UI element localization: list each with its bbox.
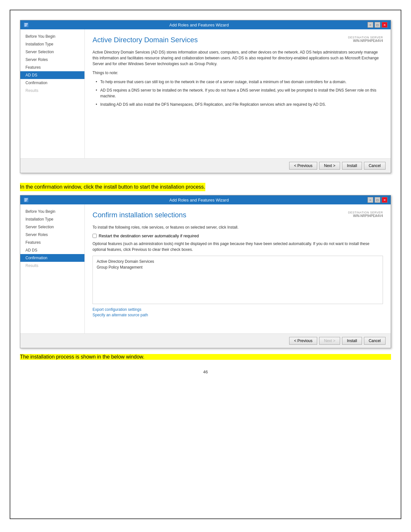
restore-button-2[interactable]: □ [375,197,380,203]
wizard-optional-text: Optional features (such as administratio… [93,241,383,252]
previous-button-1[interactable]: < Previous [289,162,317,170]
destination-server-2: DESTINATION SERVER WIN-NRP94PEA4V4 [348,211,383,218]
sidebar-item-adds-1[interactable]: AD DS [20,71,84,79]
svg-rect-1 [24,24,28,24]
annotation-2: The installation process is shown in the… [20,354,391,360]
cancel-button-1[interactable]: Cancel [364,162,386,170]
cancel-button-2[interactable]: Cancel [364,337,386,345]
bullet-1-3: Installing AD DS will also install the D… [96,102,383,107]
destination-server-1: DESTINATION SERVER WIN-NRP94PEA4V4 [348,36,383,43]
wizard-footer-1: < Previous Next > Install Cancel [20,158,391,173]
wizard-body-2: Before You Begin Installation Type Serve… [20,204,391,333]
sidebar-item-features-1[interactable]: Features [20,64,84,71]
sidebar-item-confirmation-1[interactable]: Confirmation [20,79,84,87]
titlebar-controls-1: − □ ✕ [367,22,387,28]
wizard-content-1: Active Directory Domain Services DESTINA… [85,29,391,158]
feature-item-1: Active Directory Domain Services [97,259,379,264]
next-button-2[interactable]: Next > [319,337,340,345]
wizard-bullets-1: To help ensure that users can still log … [96,79,383,107]
svg-rect-2 [24,25,27,25]
sidebar-item-results-1: Results [20,87,84,94]
svg-rect-5 [24,199,28,199]
sidebar-item-before-you-begin-1[interactable]: Before You Begin [20,33,84,40]
titlebar-controls-2: − □ ✕ [367,197,387,203]
wizard-titlebar-1: Add Roles and Features Wizard − □ ✕ [20,20,391,29]
wizard-titlebar-2: Add Roles and Features Wizard − □ ✕ [20,195,391,204]
minimize-button-1[interactable]: − [367,22,373,28]
wizard-sidebar-2: Before You Begin Installation Type Serve… [20,204,85,333]
sidebar-item-before-you-begin-2[interactable]: Before You Begin [20,208,84,215]
destination-label-2: DESTINATION SERVER [348,211,383,214]
sidebar-item-server-selection-2[interactable]: Server Selection [20,223,84,231]
minimize-button-2[interactable]: − [367,197,373,203]
titlebar-title-1: Add Roles and Features Wizard [31,23,367,27]
sidebar-item-installation-type-1[interactable]: Installation Type [20,40,84,48]
sidebar-item-adds-2[interactable]: AD DS [20,246,84,254]
wizard-body-1: Before You Begin Installation Type Serve… [20,29,391,158]
bullet-1-1: To help ensure that users can still log … [96,79,383,85]
sidebar-item-server-roles-2[interactable]: Server Roles [20,231,84,239]
sidebar-item-features-2[interactable]: Features [20,239,84,246]
feature-item-2: Group Policy Management [97,264,379,270]
restart-checkbox-label: Restart the destination server automatic… [99,233,199,238]
sidebar-item-server-roles-1[interactable]: Server Roles [20,56,84,64]
confirm-features-box: Active Directory Domain Services Group P… [93,256,383,304]
page-number: 46 [20,369,391,374]
wizard-icon [24,22,29,27]
wizard-icon-2 [24,197,29,202]
wizard-footer-2: < Previous Next > Install Cancel [20,333,391,348]
confirm-links: Export configuration settings Specify an… [93,307,383,317]
confirm-checkbox-row: Restart the destination server automatic… [93,233,383,238]
wizard-page-title-1: Active Directory Domain Services [93,36,198,44]
sidebar-item-results-2: Results [20,262,84,270]
sidebar-item-confirmation-2[interactable]: Confirmation [20,254,84,262]
restore-button-1[interactable]: □ [375,22,380,28]
annotation-1: In the confirmation window, click the in… [20,183,205,191]
wizard-description-1: Active Directory Domain Services (AD DS)… [93,49,383,76]
svg-rect-6 [24,200,27,201]
wizard-window-2: Add Roles and Features Wizard − □ ✕ Befo… [20,195,391,348]
next-button-1[interactable]: Next > [319,162,340,170]
install-button-1[interactable]: Install [342,162,362,170]
sidebar-item-server-selection-1[interactable]: Server Selection [20,48,84,56]
install-button-2[interactable]: Install [342,337,362,345]
destination-label-1: DESTINATION SERVER [348,36,383,39]
source-path-link[interactable]: Specify an alternate source path [93,313,383,317]
svg-rect-3 [24,26,26,26]
wizard-sidebar-1: Before You Begin Installation Type Serve… [20,29,85,158]
wizard-header-area-2: Confirm installation selections DESTINAT… [93,211,383,219]
destination-value-2: WIN-NRP94PEA4V4 [348,214,383,218]
wizard-page-title-2: Confirm installation selections [93,211,186,219]
wizard-header-area-1: Active Directory Domain Services DESTINA… [93,36,383,44]
page-outer: Add Roles and Features Wizard − □ ✕ Befo… [10,10,401,519]
restart-checkbox[interactable] [93,234,97,238]
sidebar-item-installation-type-2[interactable]: Installation Type [20,215,84,223]
wizard-content-2: Confirm installation selections DESTINAT… [85,204,391,333]
export-config-link[interactable]: Export configuration settings [93,307,383,312]
titlebar-title-2: Add Roles and Features Wizard [31,198,367,202]
close-button-2[interactable]: ✕ [382,197,387,203]
svg-rect-7 [24,201,26,202]
previous-button-2[interactable]: < Previous [289,337,317,345]
wizard-window-1: Add Roles and Features Wizard − □ ✕ Befo… [20,20,391,173]
bullet-1-2: AD DS requires a DNS server to be instal… [96,87,383,99]
wizard-intro-text-2: To install the following roles, role ser… [93,224,383,230]
close-button-1[interactable]: ✕ [382,22,387,28]
destination-value-1: WIN-NRP94PEA4V4 [348,39,383,43]
